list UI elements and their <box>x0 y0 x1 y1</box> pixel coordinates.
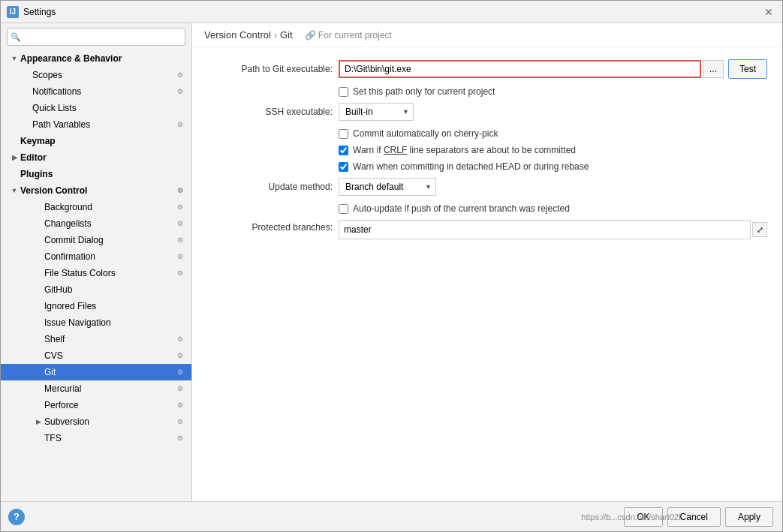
sidebar-item-confirmation[interactable]: Confirmation ⚙ <box>1 248 191 265</box>
search-box[interactable]: 🔍 <box>7 28 185 46</box>
sidebar-item-keymap[interactable]: Keymap <box>1 133 191 149</box>
expand-icon[interactable]: ⤢ <box>752 222 767 237</box>
sidebar-item-appearance[interactable]: ▼ Appearance & Behavior <box>1 50 191 67</box>
no-arrow <box>34 384 43 393</box>
protected-branches-input[interactable] <box>339 220 751 239</box>
app-icon: IJ <box>7 6 19 18</box>
path-input[interactable] <box>339 60 701 78</box>
sidebar-item-cvs[interactable]: CVS ⚙ <box>1 347 191 364</box>
browse-button[interactable]: ... <box>703 60 724 78</box>
no-arrow <box>34 203 43 212</box>
sidebar-item-ignored-files[interactable]: Ignored Files <box>1 298 191 314</box>
expand-arrow-svn: ▶ <box>34 417 43 426</box>
warn-crlf-checkbox[interactable] <box>339 146 348 155</box>
sidebar-item-editor[interactable]: ▶ Editor <box>1 149 191 166</box>
sidebar-item-label: Background <box>44 202 172 212</box>
warn-detached-label[interactable]: Warn when committing in detached HEAD or… <box>353 161 589 172</box>
sidebar-item-label: Keymap <box>20 136 185 146</box>
settings-icon: ⚙ <box>175 218 185 229</box>
sidebar-item-label: Plugins <box>20 169 185 179</box>
sidebar-item-subversion[interactable]: ▶ Subversion ⚙ <box>1 413 191 430</box>
protected-branches-row: Protected branches: ⤢ <box>207 220 767 239</box>
commit-cherry-pick-checkbox[interactable] <box>339 129 348 139</box>
no-arrow <box>22 120 31 129</box>
path-label: Path to Git executable: <box>207 64 339 74</box>
sidebar-item-label: GitHub <box>44 284 185 295</box>
apply-button[interactable]: Apply <box>725 507 773 527</box>
sidebar-item-label: Issue Navigation <box>44 317 185 328</box>
sidebar-item-label: Path Variables <box>32 119 172 130</box>
warn-crlf-label[interactable]: Warn if CRLF line separators are about t… <box>353 145 576 155</box>
settings-icon: ⚙ <box>175 185 185 196</box>
ssh-select-wrap: Built-in Native ▼ <box>339 103 414 121</box>
right-panel: Version Control › Git 🔗 For current proj… <box>192 23 782 501</box>
sidebar-item-notifications[interactable]: Notifications ⚙ <box>1 83 191 100</box>
ssh-row: SSH executable: Built-in Native ▼ <box>207 103 767 121</box>
sidebar-item-file-status-colors[interactable]: File Status Colors ⚙ <box>1 265 191 281</box>
settings-icon: ⚙ <box>175 383 185 394</box>
no-arrow <box>34 335 43 344</box>
main-content: 🔍 ▼ Appearance & Behavior Scopes ⚙ Notif… <box>1 23 782 501</box>
update-method-select-wrap: Branch default Merge Rebase ▼ <box>339 178 436 196</box>
no-arrow <box>22 71 31 80</box>
sidebar-item-changelists[interactable]: Changelists ⚙ <box>1 215 191 232</box>
commit-cherry-pick-label[interactable]: Commit automatically on cherry-pick <box>353 128 498 139</box>
auto-update-checkbox[interactable] <box>339 204 348 214</box>
test-button[interactable]: Test <box>728 59 767 79</box>
ssh-label: SSH executable: <box>207 107 339 117</box>
update-method-row: Update method: Branch default Merge Reba… <box>207 178 767 196</box>
settings-icon: ⚙ <box>175 251 185 262</box>
sidebar-item-git[interactable]: Git ⚙ <box>1 364 191 380</box>
sidebar-item-issue-navigation[interactable]: Issue Navigation <box>1 314 191 331</box>
set-path-row: Set this path only for current project <box>339 86 767 97</box>
titlebar: IJ Settings ✕ <box>1 1 782 23</box>
no-arrow <box>34 434 43 443</box>
sidebar-item-version-control[interactable]: ▼ Version Control ⚙ <box>1 182 191 199</box>
commit-cherry-pick-row: Commit automatically on cherry-pick <box>339 128 767 139</box>
no-arrow <box>34 351 43 360</box>
sidebar-item-quick-lists[interactable]: Quick Lists <box>1 100 191 116</box>
protected-branches-wrap: ⤢ <box>339 220 767 239</box>
path-row: Path to Git executable: ... Test <box>207 59 767 79</box>
sidebar-item-label: Ignored Files <box>44 301 185 311</box>
ssh-control-wrap: Built-in Native ▼ <box>339 103 767 121</box>
no-arrow <box>34 368 43 377</box>
ssh-select[interactable]: Built-in Native <box>339 103 414 121</box>
set-path-checkbox[interactable] <box>339 87 348 97</box>
settings-icon: ⚙ <box>175 400 185 410</box>
no-arrow <box>10 137 19 146</box>
settings-icon: ⚙ <box>175 334 185 344</box>
sidebar-item-commit-dialog[interactable]: Commit Dialog ⚙ <box>1 232 191 248</box>
sidebar-item-mercurial[interactable]: Mercurial ⚙ <box>1 380 191 397</box>
sidebar-item-label: Git <box>44 367 172 377</box>
expand-arrow-editor: ▶ <box>10 153 19 162</box>
search-input[interactable] <box>7 28 185 46</box>
path-control-wrap: ... Test <box>339 59 767 79</box>
auto-update-label[interactable]: Auto-update if push of the current branc… <box>353 203 570 214</box>
sidebar-item-label: Confirmation <box>44 251 172 262</box>
auto-update-row: Auto-update if push of the current branc… <box>339 203 767 214</box>
breadcrumb-git: Git <box>280 29 293 41</box>
close-button[interactable]: ✕ <box>761 5 776 20</box>
set-path-label[interactable]: Set this path only for current project <box>353 86 495 97</box>
sidebar-item-label: Version Control <box>20 185 172 196</box>
search-icon: 🔍 <box>11 32 21 42</box>
update-method-select[interactable]: Branch default Merge Rebase <box>339 178 436 196</box>
settings-icon: ⚙ <box>175 268 185 278</box>
window-title: Settings <box>23 7 761 17</box>
help-button[interactable]: ? <box>8 509 25 525</box>
settings-icon: ⚙ <box>175 416 185 427</box>
warn-detached-checkbox[interactable] <box>339 162 348 172</box>
sidebar-item-path-variables[interactable]: Path Variables ⚙ <box>1 116 191 133</box>
sidebar-item-background[interactable]: Background ⚙ <box>1 199 191 215</box>
sidebar-item-plugins[interactable]: Plugins <box>1 166 191 182</box>
sidebar-item-perforce[interactable]: Perforce ⚙ <box>1 397 191 413</box>
no-arrow <box>34 318 43 327</box>
sidebar-item-github[interactable]: GitHub <box>1 281 191 298</box>
expand-arrow-vc: ▼ <box>10 186 19 195</box>
footer: ? https://b...csdn.net/shart02f OK Cance… <box>1 501 782 531</box>
sidebar-item-scopes[interactable]: Scopes ⚙ <box>1 67 191 83</box>
sidebar-item-shelf[interactable]: Shelf ⚙ <box>1 331 191 347</box>
sidebar-item-tfs[interactable]: TFS ⚙ <box>1 430 191 446</box>
sidebar-item-label: Editor <box>20 152 185 163</box>
